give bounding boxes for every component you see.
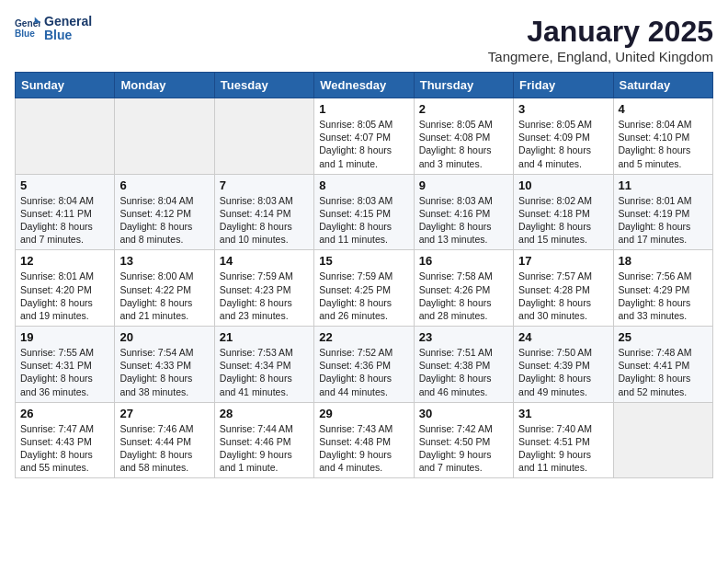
day-info: Sunrise: 7:51 AM Sunset: 4:38 PM Dayligh… bbox=[419, 346, 508, 398]
calendar-cell bbox=[115, 98, 214, 175]
location: Tangmere, England, United Kingdom bbox=[488, 49, 713, 64]
day-info: Sunrise: 8:03 AM Sunset: 4:16 PM Dayligh… bbox=[419, 194, 508, 247]
calendar-cell: 14Sunrise: 7:59 AM Sunset: 4:23 PM Dayli… bbox=[214, 250, 313, 327]
day-number: 23 bbox=[419, 330, 508, 344]
day-info: Sunrise: 7:42 AM Sunset: 4:50 PM Dayligh… bbox=[419, 422, 508, 475]
day-info: Sunrise: 8:05 AM Sunset: 4:09 PM Dayligh… bbox=[518, 118, 608, 170]
week-row-2: 5Sunrise: 8:04 AM Sunset: 4:11 PM Daylig… bbox=[16, 174, 713, 250]
calendar-cell: 16Sunrise: 7:58 AM Sunset: 4:26 PM Dayli… bbox=[414, 250, 513, 327]
calendar-cell: 24Sunrise: 7:50 AM Sunset: 4:39 PM Dayli… bbox=[514, 327, 613, 403]
day-info: Sunrise: 8:00 AM Sunset: 4:22 PM Dayligh… bbox=[119, 270, 209, 322]
day-number: 11 bbox=[619, 178, 708, 192]
calendar-cell: 30Sunrise: 7:42 AM Sunset: 4:50 PM Dayli… bbox=[414, 402, 513, 478]
day-number: 26 bbox=[20, 407, 109, 420]
day-number: 10 bbox=[518, 178, 608, 192]
calendar-cell: 18Sunrise: 7:56 AM Sunset: 4:29 PM Dayli… bbox=[613, 250, 712, 327]
day-info: Sunrise: 7:56 AM Sunset: 4:29 PM Dayligh… bbox=[619, 270, 708, 322]
day-number: 3 bbox=[518, 102, 608, 116]
calendar: SundayMondayTuesdayWednesdayThursdayFrid… bbox=[15, 72, 713, 478]
day-info: Sunrise: 8:03 AM Sunset: 4:14 PM Dayligh… bbox=[220, 194, 309, 247]
day-info: Sunrise: 7:44 AM Sunset: 4:46 PM Dayligh… bbox=[220, 422, 309, 475]
weekday-header-wednesday: Wednesday bbox=[314, 73, 414, 98]
day-number: 1 bbox=[319, 102, 408, 116]
day-number: 25 bbox=[619, 330, 708, 344]
calendar-cell: 8Sunrise: 8:03 AM Sunset: 4:15 PM Daylig… bbox=[314, 174, 414, 250]
day-number: 8 bbox=[319, 178, 408, 192]
day-info: Sunrise: 7:47 AM Sunset: 4:43 PM Dayligh… bbox=[20, 422, 109, 475]
day-info: Sunrise: 7:43 AM Sunset: 4:48 PM Dayligh… bbox=[319, 422, 408, 475]
day-number: 14 bbox=[220, 254, 309, 268]
weekday-header-saturday: Saturday bbox=[613, 73, 712, 98]
calendar-cell: 7Sunrise: 8:03 AM Sunset: 4:14 PM Daylig… bbox=[214, 174, 313, 250]
day-info: Sunrise: 7:53 AM Sunset: 4:34 PM Dayligh… bbox=[220, 346, 309, 398]
calendar-cell: 6Sunrise: 8:04 AM Sunset: 4:12 PM Daylig… bbox=[115, 174, 214, 250]
day-number: 13 bbox=[119, 254, 209, 268]
day-number: 22 bbox=[319, 330, 408, 344]
calendar-cell: 19Sunrise: 7:55 AM Sunset: 4:31 PM Dayli… bbox=[16, 327, 115, 403]
day-info: Sunrise: 8:05 AM Sunset: 4:07 PM Dayligh… bbox=[319, 118, 408, 170]
day-info: Sunrise: 7:59 AM Sunset: 4:25 PM Dayligh… bbox=[319, 270, 408, 322]
day-info: Sunrise: 7:46 AM Sunset: 4:44 PM Dayligh… bbox=[119, 422, 209, 475]
day-number: 18 bbox=[619, 254, 708, 268]
day-number: 21 bbox=[220, 330, 309, 344]
title-block: January 2025 Tangmere, England, United K… bbox=[488, 15, 713, 64]
calendar-cell: 5Sunrise: 8:04 AM Sunset: 4:11 PM Daylig… bbox=[16, 174, 115, 250]
day-number: 30 bbox=[419, 407, 508, 420]
calendar-cell: 17Sunrise: 7:57 AM Sunset: 4:28 PM Dayli… bbox=[514, 250, 613, 327]
calendar-cell: 3Sunrise: 8:05 AM Sunset: 4:09 PM Daylig… bbox=[514, 98, 613, 175]
calendar-cell: 23Sunrise: 7:51 AM Sunset: 4:38 PM Dayli… bbox=[414, 327, 513, 403]
calendar-cell: 25Sunrise: 7:48 AM Sunset: 4:41 PM Dayli… bbox=[613, 327, 712, 403]
day-number: 12 bbox=[20, 254, 109, 268]
day-info: Sunrise: 8:04 AM Sunset: 4:12 PM Dayligh… bbox=[119, 194, 209, 247]
day-info: Sunrise: 8:03 AM Sunset: 4:15 PM Dayligh… bbox=[319, 194, 408, 247]
weekday-header-sunday: Sunday bbox=[16, 73, 115, 98]
day-info: Sunrise: 8:01 AM Sunset: 4:19 PM Dayligh… bbox=[619, 194, 708, 247]
calendar-cell: 28Sunrise: 7:44 AM Sunset: 4:46 PM Dayli… bbox=[214, 402, 313, 478]
day-info: Sunrise: 7:58 AM Sunset: 4:26 PM Dayligh… bbox=[419, 270, 508, 322]
calendar-cell: 11Sunrise: 8:01 AM Sunset: 4:19 PM Dayli… bbox=[613, 174, 712, 250]
weekday-header-row: SundayMondayTuesdayWednesdayThursdayFrid… bbox=[16, 73, 713, 98]
day-number: 9 bbox=[419, 178, 508, 192]
calendar-cell: 2Sunrise: 8:05 AM Sunset: 4:08 PM Daylig… bbox=[414, 98, 513, 175]
day-number: 28 bbox=[220, 407, 309, 420]
weekday-header-thursday: Thursday bbox=[414, 73, 513, 98]
day-info: Sunrise: 8:01 AM Sunset: 4:20 PM Dayligh… bbox=[20, 270, 109, 322]
day-number: 7 bbox=[220, 178, 309, 192]
calendar-cell: 26Sunrise: 7:47 AM Sunset: 4:43 PM Dayli… bbox=[16, 402, 115, 478]
week-row-3: 12Sunrise: 8:01 AM Sunset: 4:20 PM Dayli… bbox=[16, 250, 713, 327]
week-row-1: 1Sunrise: 8:05 AM Sunset: 4:07 PM Daylig… bbox=[16, 98, 713, 175]
day-number: 29 bbox=[319, 407, 408, 420]
day-number: 19 bbox=[20, 330, 109, 344]
day-info: Sunrise: 7:52 AM Sunset: 4:36 PM Dayligh… bbox=[319, 346, 408, 398]
calendar-cell: 31Sunrise: 7:40 AM Sunset: 4:51 PM Dayli… bbox=[514, 402, 613, 478]
day-number: 4 bbox=[619, 102, 708, 116]
day-number: 15 bbox=[319, 254, 408, 268]
day-number: 2 bbox=[419, 102, 508, 116]
day-info: Sunrise: 7:48 AM Sunset: 4:41 PM Dayligh… bbox=[619, 346, 708, 398]
day-number: 16 bbox=[419, 254, 508, 268]
calendar-cell: 15Sunrise: 7:59 AM Sunset: 4:25 PM Dayli… bbox=[314, 250, 414, 327]
day-number: 31 bbox=[518, 407, 608, 420]
month-title: January 2025 bbox=[488, 15, 713, 49]
calendar-cell: 27Sunrise: 7:46 AM Sunset: 4:44 PM Dayli… bbox=[115, 402, 214, 478]
day-info: Sunrise: 7:57 AM Sunset: 4:28 PM Dayligh… bbox=[518, 270, 608, 322]
day-number: 5 bbox=[20, 178, 109, 192]
day-info: Sunrise: 8:05 AM Sunset: 4:08 PM Dayligh… bbox=[419, 118, 508, 170]
day-number: 27 bbox=[119, 407, 209, 420]
day-info: Sunrise: 8:04 AM Sunset: 4:10 PM Dayligh… bbox=[619, 118, 708, 170]
day-number: 6 bbox=[119, 178, 209, 192]
calendar-cell bbox=[214, 98, 313, 175]
calendar-cell: 22Sunrise: 7:52 AM Sunset: 4:36 PM Dayli… bbox=[314, 327, 414, 403]
calendar-cell: 4Sunrise: 8:04 AM Sunset: 4:10 PM Daylig… bbox=[613, 98, 712, 175]
day-info: Sunrise: 7:55 AM Sunset: 4:31 PM Dayligh… bbox=[20, 346, 109, 398]
logo: General Blue General Blue bbox=[15, 15, 92, 43]
weekday-header-friday: Friday bbox=[514, 73, 613, 98]
logo-text: General Blue bbox=[44, 15, 92, 43]
week-row-4: 19Sunrise: 7:55 AM Sunset: 4:31 PM Dayli… bbox=[16, 327, 713, 403]
logo-icon: General Blue bbox=[15, 16, 40, 41]
week-row-5: 26Sunrise: 7:47 AM Sunset: 4:43 PM Dayli… bbox=[16, 402, 713, 478]
calendar-cell: 1Sunrise: 8:05 AM Sunset: 4:07 PM Daylig… bbox=[314, 98, 414, 175]
calendar-cell: 12Sunrise: 8:01 AM Sunset: 4:20 PM Dayli… bbox=[16, 250, 115, 327]
calendar-cell: 20Sunrise: 7:54 AM Sunset: 4:33 PM Dayli… bbox=[115, 327, 214, 403]
day-number: 24 bbox=[518, 330, 608, 344]
